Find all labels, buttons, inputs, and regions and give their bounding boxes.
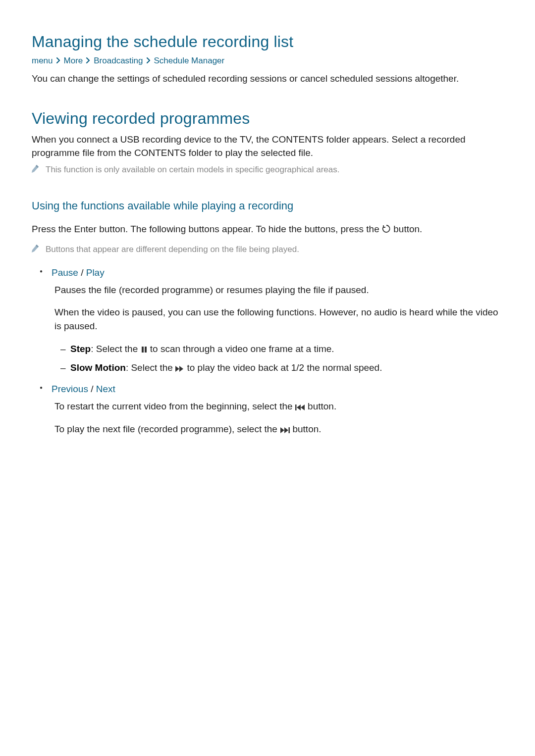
bullet-p1: Pauses the file (recorded programme) or …: [54, 283, 503, 298]
breadcrumb-menu: menu: [32, 56, 53, 66]
bullet-p1: To restart the current video from the be…: [54, 400, 503, 415]
dash-pre: : Select the: [91, 344, 140, 354]
breadcrumb-schedule-manager: Schedule Manager: [154, 56, 225, 66]
section-viewing-recorded: Viewing recorded programmes When you con…: [32, 109, 503, 176]
chevron-right-icon: [56, 56, 61, 66]
list-item: Slow Motion: Select the to play the vide…: [60, 360, 503, 376]
bullet-p2: When the video is paused, you can use th…: [54, 305, 503, 334]
skip-back-icon: [295, 401, 305, 415]
section-title: Viewing recorded programmes: [32, 109, 503, 128]
p2-post: button.: [290, 424, 321, 434]
return-icon: [382, 223, 391, 238]
dash-list: Step: Select the to scan through a video…: [54, 342, 503, 377]
dash-pre: : Select the: [126, 362, 175, 373]
bullet-head-a: Pause: [52, 267, 78, 278]
svg-rect-2: [295, 404, 297, 410]
bullet-heading: Pause / Play: [52, 267, 503, 278]
bullet-heading: Previous / Next: [52, 384, 503, 395]
list-item: Previous / Next To restart the current v…: [52, 384, 503, 438]
p1-pre: To restart the current video from the be…: [54, 401, 295, 411]
bullet-head-b: Next: [96, 384, 115, 394]
note: This function is only available on certa…: [32, 164, 503, 176]
bullet-p2: To play the next file (recorded programm…: [54, 422, 503, 438]
chevron-right-icon: [146, 56, 151, 66]
note-text: Buttons that appear are different depend…: [46, 244, 299, 256]
intro-paragraph: Press the Enter button. The following bu…: [32, 222, 503, 238]
list-item: Step: Select the to scan through a video…: [60, 342, 503, 357]
chevron-right-icon: [86, 56, 91, 66]
dash-strong: Step: [70, 344, 91, 354]
list-item: Pause / Play Pauses the file (recorded p…: [52, 267, 503, 376]
breadcrumb: menu More Broadcasting Schedule Manager: [32, 56, 503, 66]
svg-rect-0: [142, 347, 144, 353]
section-managing-schedule: Managing the schedule recording list men…: [32, 33, 503, 86]
breadcrumb-broadcasting: Broadcasting: [94, 56, 143, 66]
pencil-icon: [32, 245, 39, 254]
dash-post: to play the video back at 1/2 the normal…: [184, 362, 382, 373]
p1-post: button.: [305, 401, 336, 411]
section-body: You can change the settings of scheduled…: [32, 72, 503, 86]
section-body: When you connect a USB recording device …: [32, 133, 503, 160]
note: Buttons that appear are different depend…: [32, 244, 503, 256]
section-title: Managing the schedule recording list: [32, 33, 503, 51]
note-text: This function is only available on certa…: [46, 164, 339, 176]
subsection-title: Using the functions available while play…: [32, 200, 503, 212]
bullet-slash: /: [78, 267, 86, 278]
dash-strong: Slow Motion: [70, 362, 126, 373]
fast-forward-icon: [175, 361, 184, 376]
bullet-slash: /: [88, 384, 96, 394]
dash-post: to scan through a video one frame at a t…: [148, 344, 334, 354]
skip-forward-icon: [280, 423, 290, 438]
intro-post: button.: [391, 224, 422, 234]
breadcrumb-more: More: [64, 56, 83, 66]
section-using-functions: Using the functions available while play…: [32, 200, 503, 437]
pause-icon: [141, 343, 148, 357]
bullet-head-b: Play: [86, 267, 105, 278]
pencil-icon: [32, 165, 39, 175]
bullet-list: Pause / Play Pauses the file (recorded p…: [32, 267, 503, 437]
intro-pre: Press the Enter button. The following bu…: [32, 224, 382, 234]
p2-pre: To play the next file (recorded programm…: [54, 424, 280, 434]
bullet-head-a: Previous: [52, 384, 88, 394]
svg-rect-1: [145, 347, 147, 353]
